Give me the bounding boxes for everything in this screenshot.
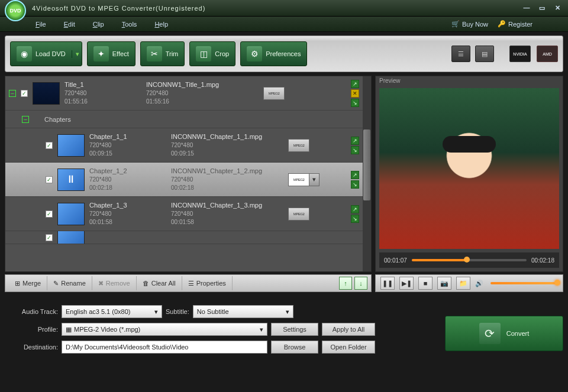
menu-help[interactable]: Help [154,21,168,28]
step-button[interactable]: ▶❚ [399,277,414,290]
properties-icon: ☰ [188,280,194,287]
subtitle-select[interactable]: No Subtitle▾ [193,305,293,318]
volume-knob[interactable] [554,280,560,286]
profile-icon: ▦ [66,326,72,333]
menubar: File Edit Clip Tools Help 🛒Buy Now 🔑Regi… [0,17,568,32]
chapter-thumbnail [57,203,85,225]
action-bar: ⊞Merge ✎Rename ✖Remove 🗑Clear All ☰Prope… [5,274,372,292]
preferences-button[interactable]: ⚙Preferences [240,41,307,66]
format-dropdown[interactable]: ▾ [309,173,320,186]
move-down-button[interactable]: ↘ [351,180,359,189]
scissors-icon: ✂ [147,46,162,61]
audio-track-select[interactable]: English ac3 5.1 (0x80)▾ [62,305,162,318]
scrollbar-thumb[interactable] [363,129,370,200]
move-down-button[interactable]: ↘ [351,146,359,154]
profile-select[interactable]: ▦MPEG-2 Video (*.mpg)▾ [62,323,267,336]
clear-icon: 🗑 [143,280,149,287]
chapter-checkbox[interactable]: ✓ [46,176,53,183]
format-badge: MPEG2 [288,139,309,152]
load-dropdown-icon[interactable]: ▾ [72,50,79,58]
playback-bar: ❚❚ ▶❚ ■ 📷 📁 🔊 [375,274,563,292]
menu-tools[interactable]: Tools [122,21,137,28]
pencil-icon: ✎ [53,280,59,287]
move-down-list-button[interactable]: ↓ [354,277,367,290]
remove-icon: ✖ [98,280,104,287]
audio-track-label: Audio Track: [5,308,58,315]
chapter-checkbox[interactable]: ✓ [46,210,53,218]
rename-button[interactable]: ✎Rename [47,276,92,290]
chevron-down-icon: ▾ [154,308,158,316]
destination-input[interactable]: D:\My Documents\4Videosoft Studio\Video [62,341,267,354]
current-time: 00:01:07 [384,257,407,264]
move-up-button[interactable]: ↗ [351,205,359,213]
chapter-row[interactable]: ✓ Chapter_1_3720*48000:01:58 INCONNW1_Ch… [5,197,371,231]
collapse-icon[interactable]: − [9,90,16,97]
title-checkbox[interactable]: ✓ [21,90,28,97]
chapters-group-row[interactable]: − Chapters [5,111,371,128]
view-detail-button[interactable]: ▤ [475,46,494,62]
merge-button[interactable]: ⊞Merge [9,276,47,290]
volume-slider[interactable] [490,282,558,284]
subtitle-label: Subtitle: [166,308,189,315]
browse-button[interactable]: Browse [271,341,318,354]
buy-now-link[interactable]: 🛒Buy Now [451,20,488,28]
remove-row-button[interactable]: ✕ [351,89,359,98]
settings-button[interactable]: Settings [271,323,318,336]
chapter-row-selected[interactable]: ✓ ⏸ Chapter_1_2720*48000:02:18 INCONNW1_… [5,163,371,197]
seek-track[interactable] [412,259,527,261]
move-up-button[interactable]: ↗ [351,137,359,145]
chapter-checkbox[interactable]: ✓ [46,142,53,149]
pause-button[interactable]: ❚❚ [380,277,395,290]
effect-button[interactable]: ✦Effect [87,41,135,66]
collapse-chapters-icon[interactable]: − [22,116,29,123]
amd-badge: AMD [537,46,558,62]
minimize-button[interactable]: — [521,4,532,12]
chapter-row[interactable]: ✓ [5,231,371,244]
properties-button[interactable]: ☰Properties [182,276,233,290]
format-badge: MPEG2 [288,208,309,221]
menu-clip[interactable]: Clip [93,21,104,28]
chapter-row[interactable]: ✓ Chapter_1_1720*48000:09:15 INCONNW1_Ch… [5,128,371,163]
format-badge: MPEG2 [263,87,285,100]
chapter-thumbnail [57,134,85,157]
titlebar: DVD 4Videosoft DVD to MPEG Converter(Unr… [0,0,568,17]
chapter-checkbox[interactable]: ✓ [46,234,53,241]
move-down-button[interactable]: ↘ [351,215,359,223]
menu-edit[interactable]: Edit [64,21,75,28]
chapter-thumbnail [57,231,85,244]
close-button[interactable]: ✕ [551,4,563,12]
move-down-button[interactable]: ↘ [351,99,359,107]
remove-button[interactable]: ✖Remove [92,276,137,290]
effect-icon: ✦ [93,46,109,61]
move-up-button[interactable]: ↗ [351,80,359,88]
snapshot-button[interactable]: 📷 [437,277,451,290]
open-folder-button[interactable]: Open Folder [322,341,375,354]
cart-icon: 🛒 [451,20,460,28]
convert-button[interactable]: ⟳ Convert [445,316,563,351]
stop-button[interactable]: ■ [418,277,433,290]
menu-file[interactable]: File [36,21,46,28]
register-link[interactable]: 🔑Register [498,20,532,28]
title-row[interactable]: − ✓ Title_1720*48001:55:16 INCONNW1_Titl… [5,76,371,111]
move-up-button[interactable]: ↗ [351,171,359,179]
convert-icon: ⟳ [479,323,501,344]
seek-knob[interactable] [464,257,470,263]
load-dvd-button[interactable]: ◉Load DVD▾ [10,41,82,66]
key-icon: 🔑 [498,20,506,28]
apply-to-all-button[interactable]: Apply to All [322,323,375,336]
maximize-button[interactable]: ▭ [536,4,548,12]
preview-panel: Preview 00:01:07 00:02:18 [375,76,563,272]
scrollbar[interactable] [363,76,371,271]
toolbar: ◉Load DVD▾ ✦Effect ✂Trim ◫Crop ⚙Preferen… [5,35,563,72]
trim-button[interactable]: ✂Trim [140,41,185,66]
move-up-list-button[interactable]: ↑ [339,277,352,290]
gear-icon: ⚙ [247,46,262,61]
preview-label: Preview [376,76,563,87]
merge-icon: ⊞ [15,280,20,287]
profile-label: Profile: [5,326,58,333]
view-list-button[interactable]: ☰ [451,46,470,62]
clear-all-button[interactable]: 🗑Clear All [137,276,182,290]
open-snapshot-folder-button[interactable]: 📁 [456,277,470,290]
crop-button[interactable]: ◫Crop [189,41,235,66]
app-logo-icon: DVD [5,0,26,21]
